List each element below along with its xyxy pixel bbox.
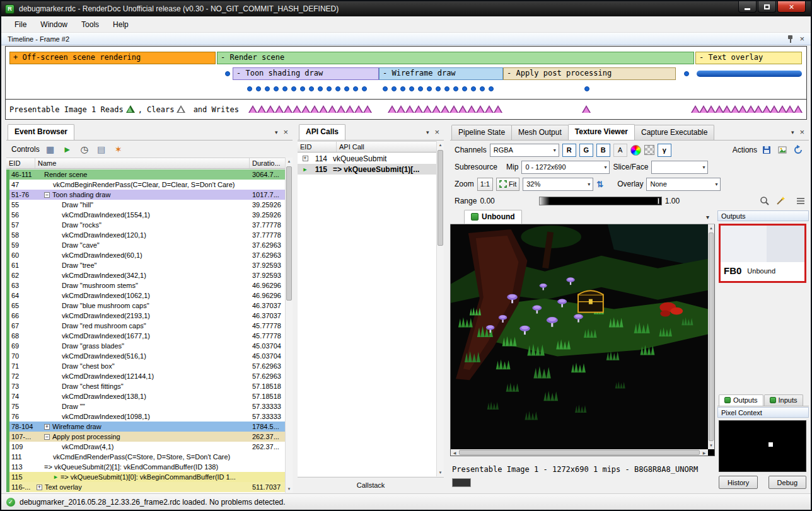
zoom-fit-button[interactable]: Fit bbox=[496, 178, 519, 191]
close-button[interactable]: × bbox=[777, 1, 806, 13]
table-row[interactable]: 59Draw "cave"37.62963 bbox=[6, 240, 285, 250]
event-dot[interactable] bbox=[353, 86, 358, 91]
event-dot[interactable] bbox=[383, 86, 388, 91]
event-dot[interactable] bbox=[684, 71, 689, 76]
write-marker-icon[interactable] bbox=[405, 105, 414, 113]
event-dot[interactable] bbox=[256, 86, 261, 91]
red-channel-button[interactable]: R bbox=[562, 144, 576, 157]
channels-select[interactable]: RGBA▾ bbox=[490, 144, 559, 157]
zoom-1to1-button[interactable]: 1:1 bbox=[477, 178, 493, 191]
timeline-bar-postprocess[interactable]: - Apply post processing bbox=[503, 67, 676, 80]
gamma-button[interactable]: γ bbox=[658, 144, 671, 157]
event-browser-scrollbar[interactable]: ▲ ▼ bbox=[285, 158, 293, 493]
pixel-context-view[interactable] bbox=[719, 420, 806, 472]
overlay-select[interactable]: None▾ bbox=[646, 178, 721, 191]
event-dot[interactable] bbox=[282, 86, 287, 91]
write-marker-icon[interactable] bbox=[345, 105, 354, 113]
scroll-up-icon[interactable]: ▲ bbox=[437, 141, 444, 149]
magnifier-icon[interactable] bbox=[758, 195, 771, 207]
time-durations-icon[interactable]: ◷ bbox=[78, 143, 91, 156]
dropdown-icon[interactable]: ▾ bbox=[275, 129, 278, 135]
event-dot[interactable] bbox=[392, 86, 397, 91]
write-marker-icon[interactable] bbox=[414, 105, 423, 113]
event-dot[interactable] bbox=[489, 86, 494, 91]
range-min-value[interactable]: 0.00 bbox=[480, 197, 494, 205]
table-row[interactable]: 115►=> vkQueueSubmit(1)[0]: vkBeginComma… bbox=[6, 472, 285, 482]
table-row[interactable]: 109vkCmdDraw(4,1)262.37... bbox=[6, 442, 285, 452]
debug-button[interactable]: Debug bbox=[768, 476, 806, 489]
table-row[interactable]: 55Draw "hill"39.25926 bbox=[6, 200, 285, 210]
table-row[interactable]: 69Draw "grass blades"45.03704 bbox=[6, 341, 285, 351]
flip-y-icon[interactable]: ⇅ bbox=[596, 180, 603, 189]
maximize-button[interactable] bbox=[758, 1, 776, 13]
scroll-down-icon[interactable]: ▼ bbox=[708, 442, 714, 449]
close-icon[interactable]: × bbox=[799, 35, 804, 43]
scrollbar-thumb[interactable] bbox=[459, 450, 700, 455]
table-row[interactable]: 73Draw "chest fittings"57.18518 bbox=[6, 381, 285, 391]
write-marker-icon[interactable] bbox=[266, 105, 275, 113]
refresh-icon[interactable] bbox=[792, 144, 804, 156]
event-dot[interactable] bbox=[335, 86, 340, 91]
write-marker-icon[interactable] bbox=[467, 105, 476, 113]
write-marker-icon[interactable] bbox=[319, 105, 328, 113]
write-marker-icon[interactable] bbox=[450, 105, 458, 113]
scrollbar-thumb[interactable] bbox=[709, 233, 714, 441]
event-dot[interactable] bbox=[427, 86, 432, 91]
tab-event-browser[interactable]: Event Browser bbox=[8, 124, 74, 140]
event-dot[interactable] bbox=[462, 86, 467, 91]
table-row[interactable]: 46-111Render scene3064.7... bbox=[6, 169, 285, 180]
write-marker-icon[interactable] bbox=[310, 105, 319, 113]
close-icon[interactable]: × bbox=[283, 128, 288, 136]
event-dot[interactable] bbox=[418, 86, 423, 91]
event-dot[interactable] bbox=[225, 71, 230, 76]
table-row[interactable]: 67Draw "red mushroom caps"45.77778 bbox=[6, 321, 285, 331]
timeline-bar-wireframe[interactable]: - Wireframe draw bbox=[379, 67, 503, 80]
write-marker-icon[interactable] bbox=[284, 105, 293, 113]
expand-icon[interactable]: + bbox=[44, 424, 50, 430]
table-row[interactable]: 51-76−Toon shading draw1017.7... bbox=[6, 190, 285, 200]
table-row[interactable]: 71Draw "chest box"57.62963 bbox=[6, 361, 285, 371]
column-duration[interactable]: Duratio... bbox=[250, 158, 285, 168]
blue-channel-button[interactable]: B bbox=[596, 144, 610, 157]
table-row[interactable]: 75Draw ""57.33333 bbox=[6, 401, 285, 411]
event-dot[interactable] bbox=[300, 86, 305, 91]
scrollbar-thumb[interactable] bbox=[286, 166, 292, 301]
write-marker-icon[interactable] bbox=[363, 105, 372, 113]
scroll-up-icon[interactable]: ▲ bbox=[708, 224, 714, 232]
history-button[interactable]: History bbox=[719, 476, 758, 489]
checkerboard-background-icon[interactable] bbox=[644, 145, 654, 155]
menu-file[interactable]: File bbox=[8, 18, 33, 32]
event-dot[interactable] bbox=[362, 86, 367, 91]
timeline-bar-text-overlay[interactable]: - Text overlay bbox=[695, 52, 802, 64]
mip-select[interactable]: 0 - 1272x690▾ bbox=[521, 161, 610, 174]
scroll-down-icon[interactable]: ▼ bbox=[286, 485, 293, 493]
chevron-down-icon[interactable]: ▾ bbox=[700, 214, 715, 224]
scroll-up-icon[interactable]: ▲ bbox=[286, 158, 293, 165]
api-calls-scrollbar[interactable]: ▲ ▼ bbox=[436, 141, 444, 476]
close-icon[interactable]: × bbox=[799, 128, 804, 136]
table-row[interactable]: 47vkCmdBeginRenderPass(C=Clear, D=Clear,… bbox=[6, 180, 285, 190]
write-marker-icon[interactable] bbox=[337, 105, 345, 113]
collapse-icon[interactable]: − bbox=[44, 434, 50, 440]
event-dot[interactable] bbox=[444, 86, 450, 91]
timeline-bar-offscreen[interactable]: + Off-screen scene rendering bbox=[9, 52, 216, 64]
write-marker-icon[interactable] bbox=[328, 105, 337, 113]
tab-mesh-output[interactable]: Mesh Output bbox=[511, 125, 569, 140]
save-icon[interactable] bbox=[760, 144, 773, 156]
table-row[interactable]: 60vkCmdDrawIndexed(60,1)37.62963 bbox=[6, 250, 285, 260]
zoom-level-select[interactable]: 32%▾ bbox=[523, 178, 593, 191]
table-row[interactable]: 111vkCmdEndRenderPass(C=Store, D=Store, … bbox=[6, 452, 285, 462]
column-name[interactable]: Name bbox=[35, 158, 250, 168]
scroll-left-icon[interactable]: ◀ bbox=[451, 449, 458, 456]
table-row[interactable]: 78-104+Wireframe draw1784.5... bbox=[6, 422, 285, 432]
event-dot[interactable] bbox=[471, 86, 476, 91]
table-row[interactable]: 58vkCmdDrawIndexed(120,1)37.77778 bbox=[6, 230, 285, 240]
bookmark-icon[interactable]: ✶ bbox=[112, 143, 125, 156]
pin-icon[interactable] bbox=[787, 35, 793, 43]
table-row[interactable]: 66vkCmdDrawIndexed(2193,1)46.37037 bbox=[6, 311, 285, 321]
column-api-call[interactable]: API Call bbox=[337, 142, 436, 152]
event-dot[interactable] bbox=[344, 86, 349, 91]
scrollbar-thumb[interactable] bbox=[438, 150, 443, 246]
menu-window[interactable]: Window bbox=[33, 18, 74, 32]
write-marker-icon[interactable] bbox=[476, 105, 485, 113]
